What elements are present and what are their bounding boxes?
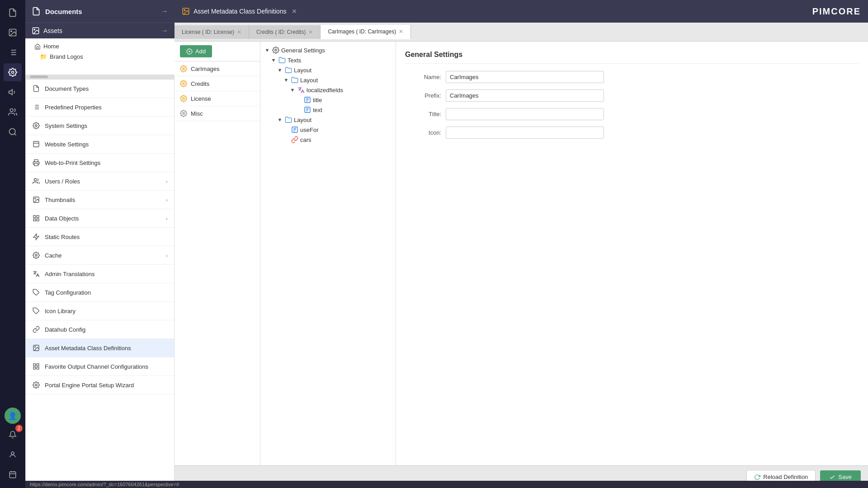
class-item-credits[interactable]: Credits [175,76,260,91]
tree-item-brand-logos[interactable]: 📁 Brand Logos [25,52,175,62]
tree-node-layout-2[interactable]: ▼ Layout [260,115,396,125]
tree-item-brand-logos-label: Brand Logos [50,53,83,60]
tab-license-label: License ( ID: License) [182,29,234,35]
svg-point-57 [275,49,277,51]
datahub-config-icon [32,325,40,333]
form-input-prefix[interactable] [446,89,604,102]
add-button[interactable]: Add [180,45,212,57]
svg-marker-37 [33,234,39,239]
class-item-carimages[interactable]: CarImages [175,61,260,76]
tab-license-close[interactable]: ✕ [237,29,241,35]
sidebar-item-assets[interactable] [4,23,22,42]
settings-item-icon-library[interactable]: Icon Library [26,302,174,320]
tree-node-title[interactable]: title [260,95,396,105]
settings-item-website-settings[interactable]: Website Settings [26,135,174,154]
settings-item-users-roles-label: Users / Roles [45,178,80,185]
tabs-bar: License ( ID: License) ✕ Credits ( ID: C… [175,23,868,42]
settings-item-tag-configuration[interactable]: Tag Configuration [26,283,174,302]
tree-node-general-settings[interactable]: ▼ General Settings [260,45,396,55]
tree-node-localizedfields[interactable]: ▼ localizedfields [260,85,396,95]
tree-node-usefor[interactable]: useFor [260,125,396,135]
svg-rect-43 [33,364,36,366]
tree-toggle-layout-texts[interactable]: ▼ [277,67,283,73]
form-input-icon[interactable] [446,127,604,139]
tab-credits-close[interactable]: ✕ [308,29,313,35]
form-input-name[interactable] [446,71,604,83]
tab-carimages-label: CarImages ( ID: CarImages) [328,28,396,35]
settings-item-system-settings[interactable]: System Settings [26,117,174,135]
thumbnails-chevron: › [166,197,168,203]
sidebar-item-documents[interactable] [4,4,22,22]
users-roles-icon [32,177,40,185]
save-label: Save [838,474,852,480]
tree-node-texts[interactable]: ▼ Texts [260,55,396,65]
settings-item-users-roles[interactable]: Users / Roles › [26,172,174,191]
settings-item-thumbnails[interactable]: Thumbnails › [26,191,174,209]
tree-node-text[interactable]: text [260,105,396,115]
settings-item-portal-engine[interactable]: Portal Engine Portal Setup Wizard [26,376,174,394]
general-settings-title: General Settings [405,51,859,64]
tab-license[interactable]: License ( ID: License) ✕ [175,25,249,39]
settings-item-cache[interactable]: Cache › [26,246,174,265]
svg-point-10 [10,109,13,112]
notifications-button[interactable]: 2 [4,426,22,444]
sidebar-item-search[interactable] [4,123,22,141]
tree-toggle-texts[interactable]: ▼ [270,57,277,63]
class-item-license[interactable]: License [175,91,260,106]
sidebar-item-settings[interactable] [4,63,22,81]
svg-point-54 [183,83,184,84]
form-label-title: Title: [405,111,441,117]
form-label-name: Name: [405,74,441,80]
icon-library-icon [32,307,40,315]
sidebar-item-marketing[interactable] [4,83,22,101]
settings-item-website-settings-label: Website Settings [45,141,89,148]
settings-item-data-objects[interactable]: Data Objects › [26,209,174,228]
svg-rect-46 [33,367,36,369]
tree-node-layout-texts[interactable]: ▼ Layout [260,65,396,75]
settings-item-static-routes[interactable]: Static Routes [26,228,174,246]
svg-point-55 [183,98,184,99]
tree-node-title-label: title [313,97,322,103]
settings-item-web-to-print[interactable]: Web-to-Print Settings [26,154,174,172]
settings-item-cache-label: Cache [45,252,62,259]
fav-output-icon [32,362,40,371]
svg-rect-35 [37,219,39,221]
tag-configuration-icon [32,288,40,296]
main-content: Asset Metadata Class Definitions ✕ PIMCO… [175,0,868,488]
tree-toggle-general[interactable]: ▼ [264,47,270,53]
top-bar: Asset Metadata Class Definitions ✕ PIMCO… [175,0,868,23]
settings-item-asset-metadata[interactable]: Asset Metadata Class Definitions [26,339,174,357]
form-input-title[interactable] [446,108,604,120]
tree-node-layout-nested[interactable]: ▼ Layout [260,75,396,85]
tab-credits-label: Credits ( ID: Credits) [256,29,306,35]
assets-panel[interactable]: Assets → [25,23,175,38]
user-avatar[interactable]: 👤 [5,408,21,424]
users-roles-chevron: › [166,178,168,185]
tab-credits[interactable]: Credits ( ID: Credits) ✕ [249,25,321,39]
tree-node-cars[interactable]: cars [260,135,396,145]
settings-item-predefined-properties[interactable]: Predefined Properties [26,98,174,117]
form-label-prefix: Prefix: [405,92,441,99]
class-item-misc[interactable]: Misc [175,106,260,121]
pimcore-logo: PIMCORE [812,6,861,17]
class-list-items: CarImages Credits License Misc [175,61,260,465]
tab-carimages-close[interactable]: ✕ [399,28,403,35]
sidebar-item-data-objects[interactable] [4,43,22,61]
tree-toggle-localizedfields[interactable]: ▼ [289,87,296,93]
account-button[interactable] [4,446,22,464]
settings-item-datahub-config[interactable]: Datahub Config [26,320,174,339]
tree-item-home[interactable]: Home [25,41,175,52]
tree-toggle-layout-nested[interactable]: ▼ [283,77,289,83]
assets-arrow: → [161,27,168,35]
sidebar-documents-header[interactable]: Documents → [25,0,175,23]
settings-item-admin-translations[interactable]: Admin Translations [26,265,174,283]
schedule-button[interactable] [4,465,22,483]
settings-item-document-types[interactable]: Document Types [26,80,174,98]
sidebar-item-users[interactable] [4,103,22,121]
tab-carimages[interactable]: CarImages ( ID: CarImages) ✕ [321,25,411,39]
settings-item-fav-output[interactable]: Favorite Output Channel Configurations [26,357,174,376]
tree-toggle-layout-2[interactable]: ▼ [277,117,283,122]
sidebar-scrollbar-h[interactable] [25,75,175,79]
top-bar-close-button[interactable]: ✕ [290,7,299,16]
predefined-properties-icon [32,103,40,111]
